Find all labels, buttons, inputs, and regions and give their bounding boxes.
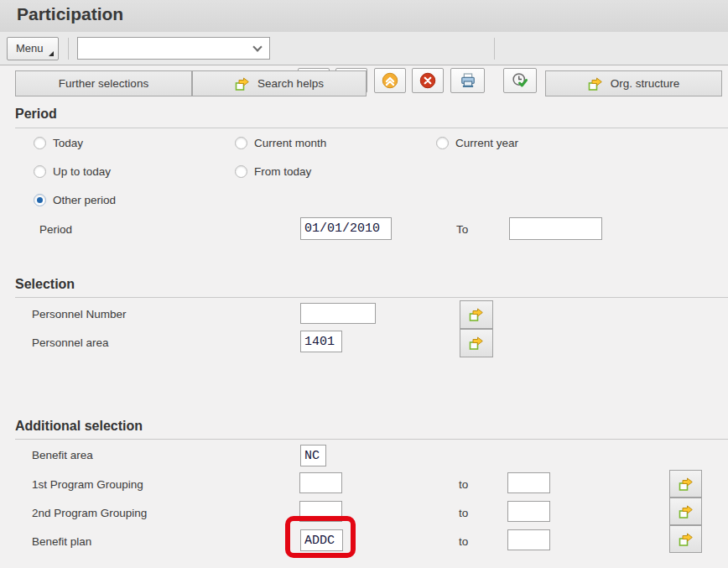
radio-up-to-today[interactable]: Up to today <box>34 165 111 178</box>
org-structure-button[interactable]: Org. structure <box>545 70 722 96</box>
period-from-input[interactable] <box>300 217 392 240</box>
print-button[interactable] <box>450 68 485 93</box>
personnel-number-label: Personnel Number <box>32 308 127 320</box>
benefit-plan-to-input[interactable] <box>507 529 550 550</box>
cancel-icon <box>419 72 436 89</box>
benefit-plan-multiselect-button[interactable] <box>669 525 702 553</box>
radio-circle[interactable] <box>436 137 449 149</box>
program-grouping-2-from-input[interactable] <box>299 501 342 522</box>
radio-label: From today <box>254 165 311 178</box>
personnel-number-input[interactable] <box>300 303 376 324</box>
exit-button[interactable] <box>374 68 406 93</box>
benefit-plan-from-input[interactable] <box>300 529 343 551</box>
execute-button[interactable] <box>503 68 537 93</box>
radio-current-month[interactable]: Current month <box>235 137 326 149</box>
radio-today[interactable]: Today <box>34 137 83 149</box>
personnel-area-input[interactable] <box>300 331 342 352</box>
radio-from-today[interactable]: From today <box>235 165 311 178</box>
personnel-area-label: Personnel area <box>32 336 109 349</box>
personnel-area-multiselect-button[interactable] <box>460 329 493 357</box>
toolbar-separator <box>68 38 69 60</box>
radio-label: Up to today <box>53 165 111 178</box>
section-divider <box>15 128 728 128</box>
arrow-into-box-icon <box>469 307 484 322</box>
menu-button[interactable]: Menu <box>7 37 59 60</box>
participation-window: Participation Menu <box>0 0 728 568</box>
radio-circle[interactable] <box>34 194 46 206</box>
program-grouping-2-label: 2nd Program Grouping <box>32 507 147 519</box>
benefit-area-label: Benefit area <box>32 449 93 461</box>
arrow-into-box-icon <box>469 336 484 351</box>
program-grouping-2-multiselect-button[interactable] <box>669 498 702 525</box>
menu-button-label: Menu <box>16 42 44 55</box>
section-divider <box>15 297 728 298</box>
print-icon <box>460 72 476 89</box>
command-combobox[interactable] <box>77 37 270 60</box>
section-divider <box>15 439 728 440</box>
radio-current-year[interactable]: Current year <box>436 137 518 149</box>
org-structure-label: Org. structure <box>611 77 680 90</box>
page-title: Participation <box>17 4 123 24</box>
radio-circle[interactable] <box>235 165 247 178</box>
period-field-label: Period <box>39 223 72 236</box>
chevron-down-icon[interactable] <box>252 42 262 51</box>
program-grouping-1-from-input[interactable] <box>299 472 342 493</box>
cancel-button[interactable] <box>412 68 444 93</box>
toolbar: Menu <box>0 32 728 65</box>
arrow-into-box-icon <box>679 477 694 492</box>
arrow-into-box-icon <box>679 532 694 547</box>
search-helps-button[interactable]: Search helps <box>192 70 367 96</box>
radio-label: Other period <box>53 194 116 206</box>
radio-other-period[interactable]: Other period <box>34 194 116 206</box>
title-bar: Participation <box>0 0 728 33</box>
program-grouping-1-to-input[interactable] <box>507 472 550 493</box>
period-section-heading: Period <box>15 107 57 122</box>
exit-icon <box>382 72 398 89</box>
personnel-number-multiselect-button[interactable] <box>460 300 493 329</box>
radio-label: Current year <box>455 137 518 149</box>
period-to-label: To <box>456 223 468 236</box>
program-grouping-1-to-label: to <box>459 478 468 491</box>
period-to-input[interactable] <box>509 217 602 240</box>
additional-selection-heading: Additional selection <box>15 419 143 434</box>
menu-dropdown-triangle-icon <box>49 51 54 56</box>
selection-section-heading: Selection <box>15 277 75 292</box>
radio-label: Current month <box>254 137 326 149</box>
program-grouping-2-to-label: to <box>459 507 468 519</box>
benefit-plan-to-label: to <box>459 535 468 548</box>
radio-circle[interactable] <box>235 137 247 149</box>
toolbar-separator <box>494 38 495 60</box>
radio-label: Today <box>53 137 83 149</box>
arrow-into-box-icon <box>235 76 250 91</box>
program-grouping-1-label: 1st Program Grouping <box>32 478 143 491</box>
further-selections-button[interactable]: Further selections <box>15 70 192 96</box>
radio-circle[interactable] <box>34 137 46 149</box>
program-grouping-2-to-input[interactable] <box>507 501 550 522</box>
command-input[interactable] <box>78 38 246 59</box>
benefit-area-input[interactable] <box>300 445 326 466</box>
radio-circle[interactable] <box>34 165 46 178</box>
search-helps-label: Search helps <box>257 77 324 90</box>
further-selections-label: Further selections <box>59 77 148 90</box>
benefit-plan-label: Benefit plan <box>32 535 91 548</box>
arrow-into-box-icon <box>679 504 694 519</box>
program-grouping-1-multiselect-button[interactable] <box>669 470 702 498</box>
clock-check-icon <box>512 72 528 89</box>
arrow-into-box-icon <box>588 76 603 91</box>
